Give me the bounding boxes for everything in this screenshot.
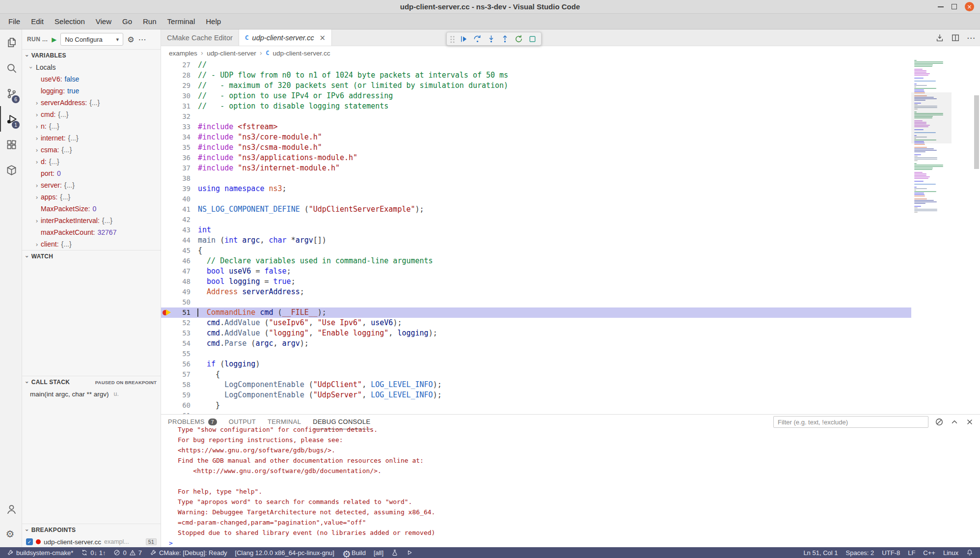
variable-row[interactable]: ›serverAddress:{...} xyxy=(22,97,161,109)
breakpoint-item[interactable]: ✓ udp-client-server.cc exampl... 51 xyxy=(22,536,161,548)
gutter-glyph-margin[interactable] xyxy=(161,369,174,380)
variable-row[interactable]: ›client:{...} xyxy=(22,238,161,250)
minimize-icon[interactable] xyxy=(938,6,944,7)
code-line[interactable]: 51 CommandLine cmd (__FILE__); xyxy=(161,307,911,318)
gutter-glyph-margin[interactable] xyxy=(161,328,174,338)
menu-item-help[interactable]: Help xyxy=(200,14,226,29)
gutter-glyph-margin[interactable] xyxy=(161,70,174,81)
code-line[interactable]: 49 Address serverAddress; xyxy=(161,287,911,297)
status-item-cmake-status[interactable]: CMake: [Debug]: Ready xyxy=(146,547,231,558)
gutter-glyph-margin[interactable] xyxy=(161,380,174,390)
code-line[interactable]: 40 xyxy=(161,194,911,204)
breadcrumb-item[interactable]: examples xyxy=(169,50,197,57)
status-item-remote-os[interactable]: Linux xyxy=(939,547,962,558)
code-line[interactable]: 44main (int argc, char *argv[]) xyxy=(161,235,911,246)
activity-item-extensions[interactable] xyxy=(0,132,22,157)
code-line[interactable]: 59 LogComponentEnable ("UdpServer", LOG_… xyxy=(161,390,911,400)
split-editor-icon[interactable] xyxy=(951,33,960,42)
variable-row[interactable]: ›cmd:{...} xyxy=(22,109,161,120)
code-line[interactable]: 28// - UDP flow from n0 to n1 of 1024 by… xyxy=(161,70,911,81)
variable-row[interactable]: ›internet:{...} xyxy=(22,132,161,144)
code-line[interactable]: 31// - option to disable logging stateme… xyxy=(161,101,911,112)
code-line[interactable]: 60 } xyxy=(161,400,911,411)
code-line[interactable]: 53 cmd.AddValue ("logging", "Enable logg… xyxy=(161,328,911,338)
gutter-glyph-margin[interactable] xyxy=(161,400,174,411)
step-over-button[interactable] xyxy=(471,33,484,45)
gear-icon[interactable]: ⚙ xyxy=(127,35,134,44)
code-line[interactable]: 36#include "ns3/applications-module.h" xyxy=(161,153,911,163)
activity-item-explorer[interactable] xyxy=(0,29,22,55)
variable-row[interactable]: logging:true xyxy=(22,85,161,97)
code-line[interactable]: 45{ xyxy=(161,246,911,256)
gutter-glyph-margin[interactable] xyxy=(161,411,174,414)
breadcrumb-item[interactable]: udp-client-server.cc xyxy=(272,50,330,57)
menu-item-go[interactable]: Go xyxy=(117,14,137,29)
console-output[interactable]: Type "show configuration" for configurat… xyxy=(161,424,980,547)
status-item-encoding[interactable]: UTF-8 xyxy=(878,547,904,558)
status-item-cmake-kit-selection[interactable]: [Clang 12.0.0 x86_64-pc-linux-gnu] xyxy=(231,547,338,558)
gutter-glyph-margin[interactable] xyxy=(161,390,174,400)
close-icon[interactable]: × xyxy=(320,33,326,42)
variable-row[interactable]: ›server:{...} xyxy=(22,179,161,191)
drag-handle[interactable] xyxy=(449,35,455,43)
watch-section-header[interactable]: › WATCH xyxy=(22,251,161,262)
code-line[interactable]: 29// - maximum of 320 packets sent (or l… xyxy=(161,81,911,91)
activity-item-search[interactable] xyxy=(0,55,22,81)
gutter-glyph-margin[interactable] xyxy=(161,266,174,277)
minimap-slider[interactable] xyxy=(911,92,952,143)
gutter-glyph-margin[interactable] xyxy=(161,184,174,194)
gutter-glyph-margin[interactable] xyxy=(161,338,174,349)
activity-item-source-control[interactable]: 6 xyxy=(0,81,22,106)
menu-item-edit[interactable]: Edit xyxy=(26,14,49,29)
debug-config-dropdown[interactable]: No Configura ▾ xyxy=(60,33,123,46)
code-line[interactable]: 43int xyxy=(161,225,911,235)
breadcrumb-item[interactable]: udp-client-server xyxy=(207,50,256,57)
stop-button[interactable] xyxy=(526,33,539,45)
gutter-glyph-margin[interactable] xyxy=(161,142,174,153)
activity-item-settings[interactable]: ⚙ xyxy=(0,522,22,547)
status-item-cmake-build[interactable]: ⚙Build xyxy=(338,547,370,558)
code-line[interactable]: 48 bool logging = true; xyxy=(161,277,911,287)
variable-row[interactable]: useV6:false xyxy=(22,73,161,85)
code-line[interactable]: 35#include "ns3/csma-module.h" xyxy=(161,142,911,153)
gutter-glyph-margin[interactable] xyxy=(161,225,174,235)
console-input-prompt[interactable]: > xyxy=(168,538,980,547)
code-line[interactable]: 58 LogComponentEnable ("UdpClient", LOG_… xyxy=(161,380,911,390)
code-line[interactable]: 34#include "ns3/core-module.h" xyxy=(161,132,911,142)
status-item-indentation[interactable]: Spaces: 2 xyxy=(842,547,878,558)
activity-item-account[interactable] xyxy=(0,496,22,522)
code-line[interactable]: 27// xyxy=(161,60,911,70)
gutter-glyph-margin[interactable] xyxy=(161,163,174,173)
variable-row[interactable]: MaxPacketSize:0 xyxy=(22,203,161,215)
gutter-glyph-margin[interactable] xyxy=(161,235,174,246)
code-line[interactable]: 55 xyxy=(161,349,911,359)
minimap[interactable] xyxy=(911,60,952,414)
variable-row[interactable]: ›interPacketInterval:{...} xyxy=(22,215,161,226)
menu-item-run[interactable]: Run xyxy=(137,14,162,29)
gutter-glyph-margin[interactable] xyxy=(161,359,174,369)
code-line[interactable]: 46 // Declare variables used in command-… xyxy=(161,256,911,266)
status-item-problems[interactable]: 07 xyxy=(109,547,145,558)
open-changes-icon[interactable] xyxy=(935,33,944,42)
gutter-glyph-margin[interactable] xyxy=(161,122,174,132)
breakpoints-section-header[interactable]: › BREAKPOINTS xyxy=(22,524,161,536)
activity-item-package[interactable] xyxy=(0,157,22,183)
gutter-glyph-margin[interactable] xyxy=(161,81,174,91)
code-line[interactable]: 33#include <fstream> xyxy=(161,122,911,132)
code-line[interactable]: 56 if (logging) xyxy=(161,359,911,369)
status-item-eol[interactable]: LF xyxy=(904,547,919,558)
editor-scrollbar[interactable] xyxy=(973,60,980,414)
code-line[interactable]: 52 cmd.AddValue ("useIpv6", "Use Ipv6", … xyxy=(161,318,911,328)
code-line[interactable]: 41NS_LOG_COMPONENT_DEFINE ("UdpClientSer… xyxy=(161,204,911,215)
variable-row[interactable]: ›csma:{...} xyxy=(22,144,161,156)
gutter-glyph-margin[interactable] xyxy=(161,256,174,266)
gutter-glyph-margin[interactable] xyxy=(161,349,174,359)
gutter-glyph-margin[interactable] xyxy=(161,215,174,225)
gutter-glyph-margin[interactable] xyxy=(161,91,174,101)
code-line[interactable]: 30// - option to use IPv4 or IPv6 addres… xyxy=(161,91,911,101)
gutter-glyph-margin[interactable] xyxy=(161,297,174,307)
scope-locals[interactable]: › Locals xyxy=(22,61,161,73)
gutter-glyph-margin[interactable] xyxy=(161,173,174,184)
code-line[interactable]: 50 xyxy=(161,297,911,307)
status-item-cmake-kit[interactable]: buildsystem-cmake* xyxy=(3,547,77,558)
